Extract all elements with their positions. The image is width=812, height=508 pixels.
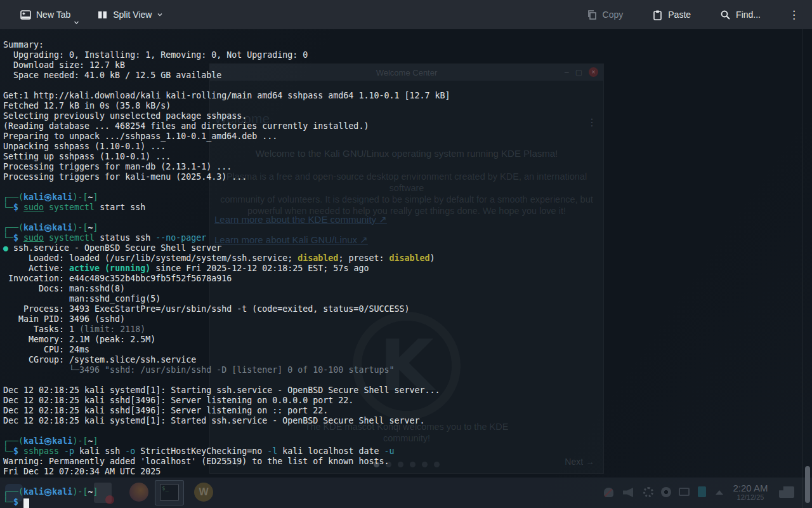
terminal-line: └─$ sshpass -p kali ssh -o StrictHostKey… <box>3 446 450 457</box>
settings-gear-icon <box>643 487 653 497</box>
new-tab-icon <box>20 10 31 20</box>
terminal-line: Space needed: 41.0 kB / 12.5 GB availabl… <box>3 70 450 81</box>
terminal-line: Process: 3493 ExecStartPre=/usr/sbin/ssh… <box>3 304 450 314</box>
new-tab-button[interactable]: New Tab <box>14 6 77 24</box>
close-icon: × <box>589 67 598 77</box>
clock-widget: 2:20 AM 12/12/25 <box>730 483 771 501</box>
terminal-output[interactable]: Summary: Upgrading: 0, Installing: 1, Re… <box>3 40 450 507</box>
terminal-line: └─$ <box>3 497 450 507</box>
terminal-line: man:sshd_config(5) <box>3 294 450 304</box>
paste-icon <box>652 10 663 20</box>
terminal-line: ┌──(kali㉿kali)-[~] <box>3 192 450 203</box>
terminal-line: Docs: man:sshd(8) <box>3 284 450 294</box>
terminal-line <box>3 81 450 91</box>
copy-label: Copy <box>603 10 624 20</box>
terminal-line: ● ssh.service - OpenBSD Secure Shell ser… <box>3 243 450 253</box>
qterminal-window: New Tab Split View Copy <box>0 0 812 508</box>
clock-date: 12/12/25 <box>730 493 771 501</box>
terminal-line <box>3 375 450 385</box>
terminal-line: Preparing to unpack .../sshpass_1.10-0.1… <box>3 131 450 142</box>
terminal-line: Tasks: 1 (limit: 2118) <box>3 324 450 335</box>
terminal-line: ┌──(kali㉿kali)-[~] <box>3 487 450 497</box>
terminal-line: CGroup: /system.slice/ssh.service <box>3 355 450 365</box>
terminal-line: └─$ sudo systemctl status ssh --no-pager <box>3 233 450 243</box>
terminal-line: Dec 12 02:18:25 kali systemd[1]: Started… <box>3 416 450 426</box>
microphone-muted-icon <box>604 488 613 497</box>
scrollbar[interactable] <box>802 29 812 508</box>
terminal-line: Selecting previously unselected package … <box>3 111 450 121</box>
split-view-button[interactable]: Split View <box>91 6 169 24</box>
terminal-line: └─$ sudo systemctl start ssh <box>3 203 450 213</box>
terminal-line: ┌──(kali㉿kali)-[~] <box>3 436 450 446</box>
terminal-line: Summary: <box>3 40 450 50</box>
terminal-line: Dec 12 02:18:25 kali systemd[1]: Startin… <box>3 385 450 396</box>
new-tab-chevron-icon[interactable] <box>74 20 79 25</box>
minimize-icon: – <box>565 68 569 77</box>
terminal-line: CPU: 24ms <box>3 345 450 355</box>
terminal-line: Main PID: 3496 (sshd) <box>3 314 450 324</box>
terminal-line: └─3496 "sshd: /usr/sbin/sshd -D [listene… <box>3 365 450 375</box>
search-icon <box>720 10 731 20</box>
terminal-line <box>3 182 450 192</box>
terminal-line <box>3 426 450 436</box>
caret-up-icon <box>716 490 723 495</box>
terminal-line: Warning: Permanently added 'localhost' (… <box>3 457 450 467</box>
terminal-line: (Reading database ... 468254 files and d… <box>3 121 450 131</box>
terminal-line: Invocation: e44c489c352b4bbc9fb5f52f5678… <box>3 274 450 284</box>
next-button: Next → <box>565 457 594 467</box>
terminal-line: Download size: 12.7 kB <box>3 60 450 70</box>
split-view-label: Split View <box>113 10 152 20</box>
kebab-menu-icon: ⋮ <box>789 9 799 21</box>
terminal-line: ┌──(kali㉿kali)-[~] <box>3 223 450 233</box>
volume-muted-icon <box>623 488 633 497</box>
split-view-chevron-icon[interactable] <box>157 11 163 18</box>
paste-label: Paste <box>668 10 691 20</box>
paste-button[interactable]: Paste <box>646 6 697 24</box>
terminal-toolbar: New Tab Split View Copy <box>0 0 812 29</box>
clock-time: 2:20 AM <box>730 483 771 493</box>
terminal-viewport[interactable]: Welcome Center – ▢ × Welcome ⋮ Welcome t… <box>0 29 812 508</box>
terminal-line: Dec 12 02:18:25 kali sshd[3496]: Server … <box>3 406 450 416</box>
scrollbar-handle[interactable] <box>805 466 810 503</box>
terminal-line: Processing triggers for kali-menu (2025.… <box>3 172 450 182</box>
maximize-icon: ▢ <box>575 68 582 77</box>
terminal-line <box>3 477 450 487</box>
toolbar-menu-button[interactable]: ⋮ <box>783 7 804 23</box>
terminal-line: Setting up sshpass (1.10-0.1) ... <box>3 152 450 162</box>
network-icon <box>679 488 690 496</box>
terminal-line: Get:1 http://kali.download/kali kali-rol… <box>3 91 450 101</box>
show-desktop-icon <box>779 486 794 498</box>
terminal-line: Fri Dec 12 07:20:34 AM UTC 2025 <box>3 467 450 477</box>
clipboard-widget-icon <box>698 486 706 497</box>
terminal-line: Unpacking sshpass (1.10-0.1) ... <box>3 142 450 152</box>
terminal-line <box>3 213 450 223</box>
terminal-line: Dec 12 02:18:25 kali sshd[3496]: Server … <box>3 396 450 406</box>
find-label: Find... <box>736 10 761 20</box>
copy-icon <box>587 10 598 20</box>
terminal-line: Fetched 12.7 kB in 0s (35.8 kB/s) <box>3 101 450 111</box>
terminal-line: Processing triggers for man-db (2.13.1-1… <box>3 162 450 172</box>
terminal-line: Upgrading: 0, Installing: 1, Removing: 0… <box>3 50 450 60</box>
terminal-line: Active: active (running) since Fri 2025-… <box>3 264 450 274</box>
split-view-icon <box>97 10 108 20</box>
disc-icon <box>661 487 671 497</box>
find-button[interactable]: Find... <box>714 6 767 24</box>
text-cursor <box>23 498 29 508</box>
new-tab-label: New Tab <box>36 10 70 20</box>
terminal-line: Loaded: loaded (/usr/lib/systemd/system/… <box>3 253 450 264</box>
terminal-line: Memory: 2.1M (peak: 2.5M) <box>3 335 450 345</box>
welcome-menu-kebab-icon: ⋮ <box>587 116 597 128</box>
copy-button[interactable]: Copy <box>580 6 630 24</box>
